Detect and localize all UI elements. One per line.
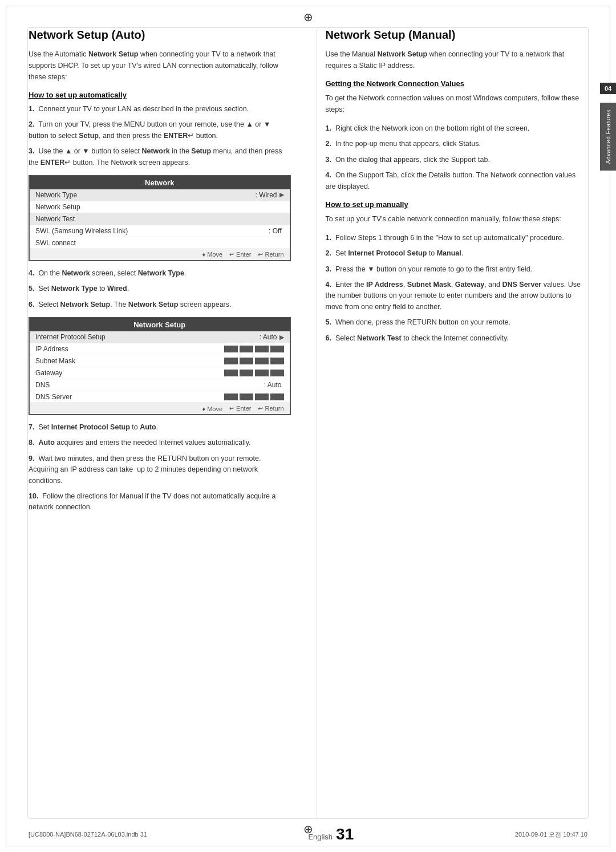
right-manual-step-3: 3. Press the ▼ button on your remote to … [326, 264, 588, 275]
gateway-block-2 [240, 370, 253, 376]
page-number-right: English 31 [308, 825, 354, 843]
ip-block-1 [224, 346, 238, 352]
network-row-swl-connect: SWL connect [30, 237, 290, 249]
network-row-swl: SWL (Samsung Wireless Link) : Off [30, 225, 290, 237]
right-subsection2-title: How to set up manually [326, 200, 588, 209]
left-intro: Use the Automatic Network Setup when con… [29, 48, 291, 83]
setup-row-ip-address: IP Address [30, 343, 290, 355]
network-box-body: Network Type : Wired ▶ Network Setup Net… [30, 189, 290, 249]
right-manual-step-6: 6. Select Network Test to check the Inte… [326, 333, 588, 344]
side-tab-number: 04 [600, 83, 616, 94]
dns-block-4 [270, 393, 284, 400]
ip-block-2 [240, 346, 253, 352]
right-manual-step-5: 5. When done, press the RETURN button on… [326, 317, 588, 328]
step-5: 5. Set Network Type to Wired. [29, 283, 291, 294]
compass-top-icon: ⊕ [303, 10, 313, 24]
right-subsection1-intro: To get the Network connection values on … [326, 92, 588, 115]
right-step-3: 3. On the dialog that appears, click the… [326, 155, 588, 165]
step-7: 7. Set Internet Protocol Setup to Auto. [29, 422, 291, 433]
side-tab-label: Advanced Features [600, 103, 616, 171]
footer-date: 2010-09-01 오전 10:47 10 [515, 830, 587, 839]
right-intro: Use the Manual Network Setup when connec… [326, 48, 588, 71]
ip-block-4 [270, 346, 284, 352]
network-box-header: Network [30, 176, 290, 189]
right-subsection2-intro: To set up your TV's cable network connec… [326, 213, 588, 225]
network-setup-box-footer: ♦ Move ↵ Enter ↩ Return [30, 403, 290, 414]
step-4: 4. On the Network screen, select Network… [29, 268, 291, 279]
top-border-line [29, 27, 587, 28]
footer-file: [UC8000-NA]BN68-02712A-06L03.indb 31 [29, 831, 147, 838]
right-manual-step-1: 1. Follow Steps 1 through 6 in the "How … [326, 233, 588, 244]
network-row-setup: Network Setup [30, 201, 290, 213]
left-section-title: Network Setup (Auto) [29, 29, 291, 42]
network-box: Network Network Type : Wired ▶ Network S… [29, 175, 291, 261]
gateway-block-1 [224, 370, 238, 376]
right-manual-step-4: 4. Enter the IP Address, Subnet Mask, Ga… [326, 279, 588, 313]
main-content: Network Setup (Auto) Use the Automatic N… [29, 29, 587, 818]
subnet-block-4 [270, 358, 284, 364]
setup-row-gateway: Gateway [30, 367, 290, 379]
dns-block-1 [224, 393, 238, 400]
left-subsection-title: How to set up automatically [29, 91, 291, 99]
right-step-4: 4. On the Support Tab, click the Details… [326, 170, 588, 192]
step-6: 6. Select Network Setup. The Network Set… [29, 299, 291, 310]
compass-bottom-icon: ⊕ [303, 822, 313, 836]
network-box-footer: ♦ Move ↵ Enter ↩ Return [30, 249, 290, 260]
network-row-test: Network Test [30, 213, 290, 225]
setup-row-dns-server: DNS Server [30, 391, 290, 403]
left-border-line [27, 29, 28, 818]
right-manual-step-2: 2. Set Internet Protocol Setup to Manual… [326, 248, 588, 259]
gateway-block-3 [255, 370, 269, 376]
step-10: 10. Follow the directions for Manual if … [29, 491, 291, 513]
step-1: 1. Connect your TV to your LAN as descri… [29, 104, 291, 115]
right-section-title: Network Setup (Manual) [326, 29, 588, 42]
step-3: 3. Use the ▲ or ▼ button to select Netwo… [29, 146, 291, 168]
step-9: 9. Wait two minutes, and then press the … [29, 453, 291, 486]
setup-row-dns: DNS : Auto [30, 379, 290, 391]
right-step-1: 1. Right click the Network icon on the b… [326, 123, 588, 134]
setup-row-ip-protocol: Internet Protocol Setup : Auto ▶ [30, 331, 290, 343]
right-border-line [588, 29, 589, 818]
subnet-block-3 [255, 358, 269, 364]
subnet-block-2 [240, 358, 253, 364]
dns-block-2 [240, 393, 253, 400]
left-column: Network Setup (Auto) Use the Automatic N… [29, 29, 299, 818]
right-subsection1-title: Getting the Network Connection Values [326, 79, 588, 88]
right-column: Network Setup (Manual) Use the Manual Ne… [317, 29, 588, 818]
bottom-border-line [29, 818, 587, 819]
network-setup-box-body: Internet Protocol Setup : Auto ▶ IP Addr… [30, 331, 290, 403]
dns-block-3 [255, 393, 269, 400]
network-setup-box: Network Setup Internet Protocol Setup : … [29, 317, 291, 415]
subnet-block-1 [224, 358, 238, 364]
gateway-block-4 [270, 370, 284, 376]
network-row-type: Network Type : Wired ▶ [30, 189, 290, 201]
setup-row-subnet: Subnet Mask [30, 355, 290, 367]
step-8: 8. Auto acquires and enters the needed I… [29, 437, 291, 448]
network-setup-box-header: Network Setup [30, 318, 290, 331]
right-step-2: 2. In the pop-up menu that appears, clic… [326, 139, 588, 149]
step-2: 2. Turn on your TV, press the MENU butto… [29, 119, 291, 141]
page-number: 31 [336, 825, 354, 843]
ip-block-3 [255, 346, 269, 352]
